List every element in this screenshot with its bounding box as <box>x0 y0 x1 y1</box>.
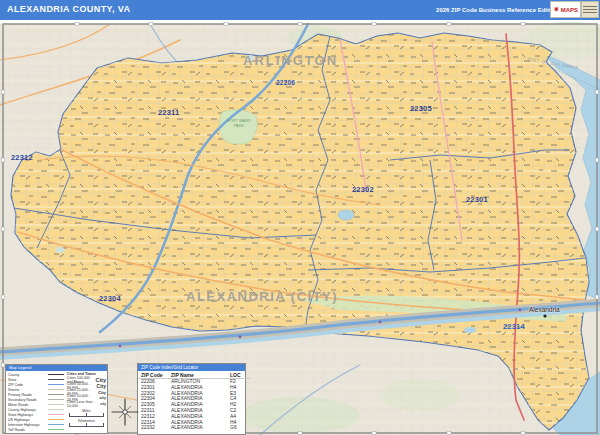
col-zip-code: ZIP Code <box>138 371 168 379</box>
legend-city-item: Cities Less than 10,000city <box>67 401 106 407</box>
col-loc: LOC <box>227 371 250 379</box>
zip-table-header-row: ZIP Code ZIP Name LOC <box>138 371 250 379</box>
col-zip-name: ZIP Name <box>168 371 227 379</box>
zip-label-22311: 22311 <box>158 108 179 117</box>
region-label-arlington: ARLINGTON <box>243 53 338 68</box>
zip-label-22305: 22305 <box>410 104 432 113</box>
scale-bar-kilometers: Kilometers <box>67 419 106 427</box>
zip-label-22301: 22301 <box>466 195 488 204</box>
region-label-alexandria-city: ALEXANDRIA (CITY) <box>186 289 338 304</box>
zip-label-22206: 22206 <box>276 79 295 86</box>
compass-rose-icon <box>110 397 140 427</box>
zip-label-22312: 22312 <box>11 153 33 162</box>
zip-table-title: ZIP Code Index/Grid Locator <box>138 364 245 371</box>
map-sheet: { "colors": { "header_blue": "#4480d4", … <box>0 0 600 435</box>
legend-city-items: Cities and Towns Cities 100,000 and Abov… <box>66 371 107 433</box>
legend-line-items: County State ZIP Code Streets Primary Ro… <box>6 371 66 433</box>
zip-label-22302: 22302 <box>352 185 374 194</box>
header-bar: ALEXANDRIA COUNTY, VA 2026 ZIP Code Busi… <box>0 0 600 20</box>
logo-text: MAPS <box>561 7 578 13</box>
scale-bar-miles: Miles <box>67 409 106 417</box>
publisher-logo: ✷ MAPS <box>550 1 599 18</box>
legend-item: Toll Roads <box>8 427 64 432</box>
table-row: 22332ALEXANDRIAG6 <box>138 425 250 431</box>
zip-label-22314: 22314 <box>503 322 525 331</box>
reference-badge <box>581 1 599 18</box>
edition-label: 2026 ZIP Code Business Reference Edition <box>436 7 558 13</box>
zip-index-table: ZIP Code Index/Grid Locator ZIP Code ZIP… <box>137 363 246 435</box>
zip-label-22304: 22304 <box>99 294 121 303</box>
city-marker-label: Alexandria <box>529 306 560 313</box>
logo-star-icon: ✷ <box>553 6 560 14</box>
map-legend: Map Legend County State ZIP Code Streets… <box>5 364 108 434</box>
park-label-fort-ward: FORT WARD PARK <box>224 119 254 128</box>
page-title: ALEXANDRIA COUNTY, VA <box>7 4 130 14</box>
